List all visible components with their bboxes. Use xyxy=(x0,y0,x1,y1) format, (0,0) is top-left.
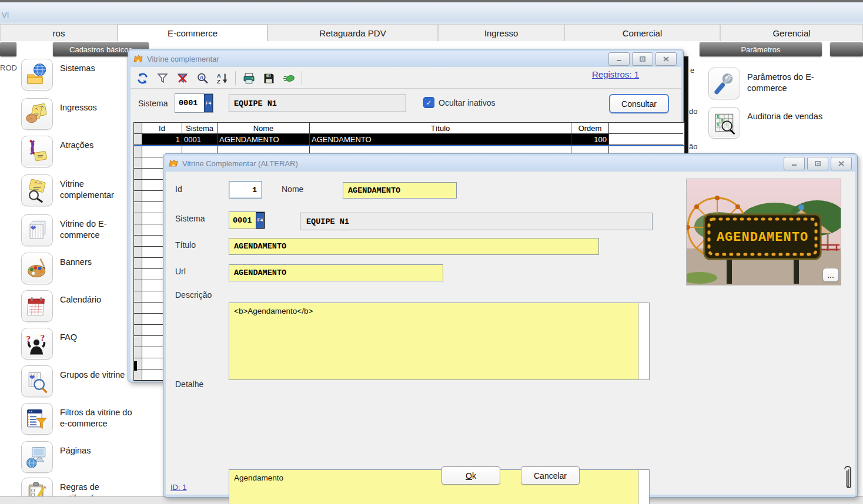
calendario-icon xyxy=(21,290,53,322)
refresh-icon[interactable] xyxy=(135,71,149,85)
svg-text:A: A xyxy=(217,72,221,79)
id-field: 1 xyxy=(229,181,262,199)
svg-text:$: $ xyxy=(717,114,719,119)
sidebar-item-sistemas[interactable]: Sistemas xyxy=(21,59,138,90)
sidebar-item-banners[interactable]: Banners xyxy=(21,253,138,284)
sidebar-item-grupos-vitrine[interactable]: Grupos de vitrine xyxy=(21,365,138,397)
browse-image-button[interactable]: ... xyxy=(822,268,839,282)
dialog2-title: Vitrine Complementar (ALTERAR) xyxy=(182,159,298,168)
column-header-sistema[interactable]: Sistema xyxy=(182,123,218,134)
sistema-label: Sistema xyxy=(138,99,168,108)
row-selector[interactable] xyxy=(134,134,142,145)
sistema-input[interactable]: 0001 F4 xyxy=(229,211,265,229)
svg-text:Z: Z xyxy=(217,78,220,85)
sistemas-icon xyxy=(21,59,53,90)
sidebar-item-ingressos[interactable]: Ingressos xyxy=(21,98,138,130)
maximize-button[interactable] xyxy=(632,52,653,66)
sistema-name-field: EQUIPE N1 xyxy=(229,95,406,112)
ocultar-inativos-checkbox[interactable] xyxy=(423,97,434,108)
descricao-label: Descrição xyxy=(175,290,212,300)
minimize-button[interactable] xyxy=(784,157,805,170)
grupos-vitrine-icon xyxy=(21,365,53,397)
ribbon-stub-right xyxy=(830,42,863,56)
sistema-name-field: EQUIPE N1 xyxy=(300,213,653,230)
environment-fragment: ROD xyxy=(0,63,17,72)
titulo-input[interactable]: AGENDAMENTO xyxy=(229,238,599,255)
hidden-label-fragment: do xyxy=(689,107,697,116)
nome-input[interactable]: AGENDAMENTO xyxy=(343,182,457,199)
window-title: VI xyxy=(2,11,9,19)
descricao-textarea[interactable]: <b>Agendamento</b> xyxy=(229,303,650,380)
tab-ingresso[interactable]: Ingresso xyxy=(438,24,564,41)
hidden-label-fragment: ão xyxy=(689,142,697,151)
zoom-icon[interactable]: n xyxy=(195,71,209,85)
column-header-nome[interactable]: Nome xyxy=(218,123,310,134)
scrollbar-track[interactable] xyxy=(638,303,649,379)
dialog1-toolbar: n A Z xyxy=(135,71,302,85)
close-button[interactable] xyxy=(655,52,677,66)
column-header-ordem[interactable]: Ordem xyxy=(571,123,609,134)
f4-lookup-button[interactable]: F4 xyxy=(256,212,265,229)
sales-audit-icon: $ $ $ $ xyxy=(708,107,740,139)
window-titlebar: VI xyxy=(0,2,863,22)
tab-comercial[interactable]: Comercial xyxy=(564,24,720,41)
sidebar-item-auditoria-vendas[interactable]: $ $ $ $ Auditoria de vendas xyxy=(708,107,835,139)
tab-ecommerce[interactable]: E-commerce xyxy=(118,24,267,41)
vitrine-ecommerce-icon xyxy=(21,214,53,246)
eraser-icon[interactable] xyxy=(282,71,296,85)
titulo-label: Título xyxy=(175,240,196,250)
sidebar-item-faq[interactable]: ? ? FAQ xyxy=(21,328,138,359)
sidebar-item-parametros-ecommerce[interactable]: Parâmetros do E-commerce xyxy=(708,68,835,99)
ocultar-inativos-group[interactable]: Ocultar inativos xyxy=(423,97,495,108)
sidebar-item-calendario[interactable]: Calendário xyxy=(21,290,138,322)
faq-icon: ? ? xyxy=(21,328,53,359)
hidden-label-fragment: e xyxy=(690,66,694,75)
tab-gerencial[interactable]: Gerencial xyxy=(720,24,863,41)
vitrine-image-preview: AGENDAMENTO xyxy=(686,179,841,285)
tab-cadastros[interactable]: ros xyxy=(0,24,118,41)
save-icon[interactable] xyxy=(262,71,276,85)
f4-lookup-button[interactable]: F4 xyxy=(204,94,213,112)
detalhe-textarea[interactable]: Agendamento xyxy=(229,469,650,504)
vitrine-sign-text: AGENDAMENTO xyxy=(717,230,808,245)
fox-icon xyxy=(133,54,143,65)
url-label: Url xyxy=(175,267,186,276)
table-row[interactable]: 1 0001 AGENDAMENTO AGENDAMENTO 100 xyxy=(134,134,684,145)
maximize-button[interactable] xyxy=(807,157,828,170)
nome-label: Nome xyxy=(282,184,303,194)
cancelar-button[interactable]: Cancelar xyxy=(521,466,580,485)
column-header-filler xyxy=(609,123,683,134)
ingressos-icon xyxy=(21,98,53,130)
sidebar-item-vitrine-ecommerce[interactable]: Vitrine do E-commerce xyxy=(21,214,138,246)
sort-az-icon[interactable]: A Z xyxy=(215,71,229,85)
tab-retaguarda-pdv[interactable]: Retaguarda PDV xyxy=(267,24,438,41)
url-input[interactable]: AGENDAMENTO xyxy=(229,264,443,281)
paperclip-icon xyxy=(842,462,854,495)
clear-filter-icon[interactable] xyxy=(175,71,189,85)
sidebar-item-paginas[interactable]: Páginas xyxy=(21,441,138,473)
filtros-vitrine-icon xyxy=(21,403,53,435)
column-header-titulo[interactable]: Título xyxy=(310,123,571,134)
grid-cursor-mark xyxy=(134,361,137,371)
sidebar-item-atracoes[interactable]: Atrações xyxy=(21,136,138,167)
scrollbar-track[interactable] xyxy=(638,470,649,504)
filter-icon[interactable] xyxy=(155,71,169,85)
fox-icon xyxy=(168,159,179,169)
record-id-link[interactable]: ID: 1 xyxy=(170,483,186,492)
vitrine-complementar-icon xyxy=(21,174,53,206)
row-selector-header xyxy=(134,123,142,134)
sidebar-item-filtros-vitrine[interactable]: Filtros da vitrine do e-commerce xyxy=(21,403,138,435)
consultar-button[interactable]: Consultar xyxy=(609,94,669,113)
toolbar-separator xyxy=(302,71,302,85)
column-header-id[interactable]: Id xyxy=(142,123,182,134)
ok-button[interactable]: Ok xyxy=(441,466,500,485)
print-icon[interactable] xyxy=(242,71,256,85)
dialog1-titlebar: Vitrine complementar xyxy=(130,51,681,67)
minimize-button[interactable] xyxy=(608,52,630,66)
registros-link[interactable]: Registros: 1 xyxy=(592,69,639,79)
ribbon-stub-left xyxy=(0,42,16,56)
close-button[interactable] xyxy=(831,157,852,170)
sidebar-item-vitrine-complementar[interactable]: Vitrine complementar xyxy=(21,174,138,206)
sistema-input[interactable]: 0001 F4 xyxy=(175,93,213,113)
svg-text:$: $ xyxy=(717,122,719,127)
